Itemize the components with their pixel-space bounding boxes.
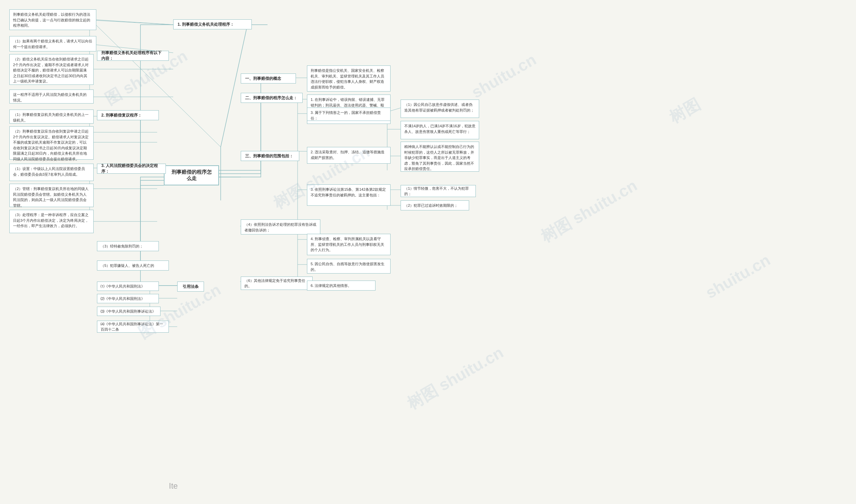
b1c3: 刑事赔偿义务机关处理程序有以下内容： xyxy=(97,51,169,61)
r1-title: 一、刑事赔偿的概念 xyxy=(241,73,296,84)
r3c4: （4）依照刑法告诉才处理的犯罪没有告诉或者撤回告诉的； xyxy=(241,219,320,234)
cite-title: 引用法条 xyxy=(177,282,204,292)
r3-note-sub3: 精神病人不能辨认认或不能控制自己行为的时候犯罪的，这些人之所以被无罪释放，并非缺… xyxy=(400,142,479,172)
b3c3: （3）处理程序：是一种非诉程序，应自立案之日起3个月内作出赔偿决定，决定为终局决… xyxy=(10,210,93,233)
r3c7: （6）其他法律规定免于追究刑事责任的。 xyxy=(241,276,313,290)
b2-title: 2. 刑事赔偿复议程序： xyxy=(97,110,159,120)
r3-note-sub1: （1）因公民自己故意作虚假供述、或者伪造其他有罪证据被羁押或者被判处刑罚的； xyxy=(400,100,479,118)
b3c2: （2）管辖：刑事赔偿复议机关所在地的同级人民法院赔偿委员会管辖。如赔偿义务机关为… xyxy=(10,184,93,207)
r3c3-sub1: （1）情节轻微，危害不大，不认为犯罪的； xyxy=(400,185,476,197)
watermark-6: 树图 shuitu.cn xyxy=(403,342,507,414)
r3c5: 4. 刑事侦查、检察、审判所属机关以及看守所、监狱管理机关的工作人员与刑事职权无… xyxy=(307,234,391,255)
footer-label: Ite xyxy=(169,481,178,491)
connector-lines xyxy=(0,0,856,504)
watermark-4: 树图 shuitu.cn xyxy=(537,175,641,248)
b1c1: 刑事赔偿义务机关处理赔偿，以侵权行为的违法性已确认为前提，这一点与行政赔偿的独立… xyxy=(10,10,96,30)
r3c8: 6. 法律规定的其他情形。 xyxy=(307,281,376,291)
r3c6: 5. 因公民自伤、自残等故意行为致使损害发生的。 xyxy=(307,259,391,273)
svg-line-2 xyxy=(221,25,247,147)
b1-title: 1. 刑事赔偿义务机关处理程序： xyxy=(173,19,252,30)
center-node: 刑事赔偿的程序怎么走 xyxy=(164,165,219,185)
watermark-7: 树图 xyxy=(665,93,704,128)
b2c2: （2）刑事赔偿复议应当自收到复议申请之日起2个月内作出复议决定。赔偿请求人对复议… xyxy=(10,126,93,160)
svg-line-5 xyxy=(90,19,174,25)
r3-title: 三、刑事赔偿的范围包括： xyxy=(241,151,299,161)
watermark-3: shuitu.cn xyxy=(468,50,540,102)
b1c2: （1）如果有两个赔偿义务机关，请求人可以向任何一个提出赔偿请求。 xyxy=(10,36,96,51)
b3c1: （1）设置：中级以上人民法院设置赔偿委员会，赔偿委员会由3至7名审判人员组成。 xyxy=(10,164,93,181)
b4: （3）经特赦免除刑罚的； xyxy=(97,241,159,251)
cite4: ⑷《中华人民共和国刑事诉讼法》第一百四十二条 xyxy=(97,321,169,332)
r3-note: 3. 属于下列情形之一的，国家不承担赔偿责任： xyxy=(307,108,391,121)
r3c3: 3. 依照刑事诉讼法第15条、第142条第2款规定不追究刑事责任的被羁押的。这主… xyxy=(307,184,391,206)
b5: （5）犯罪嫌疑人、被告人死亡的 xyxy=(97,260,169,271)
b2c1: （1）刑事赔偿复议机关为赔偿义务机关的上一级机关。 xyxy=(10,110,93,124)
r3c2: 2. 违法采取查封、扣押、冻结、追缴等措施造成财产损害的。 xyxy=(307,147,391,164)
cite3: ⑶《中华人民共和国刑事诉讼法》 xyxy=(97,307,160,316)
r3-note-sub2: 不满14岁的人，已满14岁不满16岁，犯故意杀人、故意伤害致人重伤或死亡等罪行； xyxy=(400,121,479,139)
cite1: ⑴《中华人民共和国刑法》 xyxy=(97,282,159,291)
svg-line-4 xyxy=(90,19,221,147)
watermark-8: shuitu.cn xyxy=(703,251,773,302)
b3-title: 3. 人民法院赔偿委员会的决定程序： xyxy=(97,164,166,174)
r1c1: 刑事赔偿是指公安机关、国家安全机关、检察机关、审判机关、监狱管理机关及其工作人员… xyxy=(307,66,391,91)
b1c4: （2）赔偿义务机关应当在收到赔偿请求之日起2个月内作出决定，逾期不作决定或者请求… xyxy=(10,54,93,85)
b1c5: 这一程序不适用于人民法院为赔偿义务机关的情况。 xyxy=(10,90,93,104)
canvas: 图 shuitu.cn 树图 shuitu.cn shuitu.cn 树图 sh… xyxy=(0,0,856,504)
svg-line-8 xyxy=(90,20,173,25)
r2-title: 二、刑事赔偿的程序怎么走： xyxy=(241,93,303,103)
cite2: ⑵《中华人民共和国刑法》 xyxy=(97,294,159,303)
r3c3-sub2: （2）犯罪已过追诉时效期限的； xyxy=(400,200,469,211)
